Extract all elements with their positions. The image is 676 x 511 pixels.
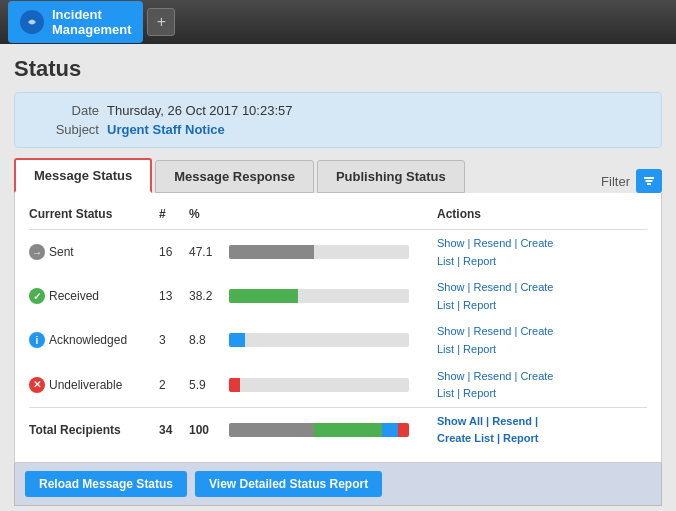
count-cell-3: 2 <box>159 363 189 408</box>
col-header-bar <box>229 203 429 230</box>
tab-publishing-status[interactable]: Publishing Status <box>317 160 465 193</box>
svg-rect-1 <box>644 177 654 179</box>
col-header-actions: Actions <box>429 203 647 230</box>
status-label-0: Sent <box>49 245 74 259</box>
actions-cell-3: Show | Resend | Create List | Report <box>429 363 647 408</box>
action-create-list-all[interactable]: Create List <box>437 432 494 444</box>
status-icon-sent: → <box>29 244 45 260</box>
table-row: → Sent 16 47.1 Show | Resend | Create Li… <box>29 230 647 275</box>
subject-value: Urgent Staff Notice <box>107 122 225 137</box>
action-show-3[interactable]: Show <box>437 370 465 382</box>
status-name-cell-2: i Acknowledged <box>29 318 159 362</box>
date-row: Date Thursday, 26 Oct 2017 10:23:57 <box>29 103 647 118</box>
topbar: Incident Management + <box>0 0 676 44</box>
action-create-3[interactable]: Create <box>520 370 553 382</box>
table-row: ✓ Received 13 38.2 Show | Resend | Creat… <box>29 274 647 318</box>
col-header-status: Current Status <box>29 203 159 230</box>
status-label-1: Received <box>49 289 99 303</box>
action-resend-0[interactable]: Resend <box>474 237 512 249</box>
action-list-1[interactable]: List <box>437 299 454 311</box>
bar-cell-2 <box>229 318 429 362</box>
status-table: Current Status # % Actions → Sent 16 47.… <box>29 203 647 452</box>
subject-label: Subject <box>29 122 99 137</box>
svg-rect-3 <box>647 183 651 185</box>
status-label-3: Undeliverable <box>49 378 122 392</box>
table-row: ✕ Undeliverable 2 5.9 Show | Resend | Cr… <box>29 363 647 408</box>
action-show-1[interactable]: Show <box>437 281 465 293</box>
action-report-1[interactable]: Report <box>463 299 496 311</box>
total-actions-cell: Show All | Resend | Create List | Report <box>429 407 647 452</box>
action-show-0[interactable]: Show <box>437 237 465 249</box>
col-header-percent: % <box>189 203 229 230</box>
action-create-0[interactable]: Create <box>520 237 553 249</box>
action-show-2[interactable]: Show <box>437 325 465 337</box>
date-value: Thursday, 26 Oct 2017 10:23:57 <box>107 103 293 118</box>
bar-cell-0 <box>229 230 429 275</box>
action-list-2[interactable]: List <box>437 343 454 355</box>
action-resend-2[interactable]: Resend <box>474 325 512 337</box>
info-card: Date Thursday, 26 Oct 2017 10:23:57 Subj… <box>14 92 662 148</box>
percent-cell-3: 5.9 <box>189 363 229 408</box>
action-show-all[interactable]: Show All <box>437 415 483 427</box>
actions-cell-1: Show | Resend | Create List | Report <box>429 274 647 318</box>
action-create-2[interactable]: Create <box>520 325 553 337</box>
reload-button[interactable]: Reload Message Status <box>25 471 187 497</box>
app-name: Incident Management <box>52 7 131 37</box>
app-nav-item[interactable]: Incident Management <box>8 1 143 43</box>
date-label: Date <box>29 103 99 118</box>
table-row: i Acknowledged 3 8.8 Show | Resend | Cre… <box>29 318 647 362</box>
total-percent: 100 <box>189 407 229 452</box>
total-label: Total Recipients <box>29 407 159 452</box>
detailed-report-button[interactable]: View Detailed Status Report <box>195 471 382 497</box>
status-icon-received: ✓ <box>29 288 45 304</box>
percent-cell-0: 47.1 <box>189 230 229 275</box>
actions-cell-0: Show | Resend | Create List | Report <box>429 230 647 275</box>
filter-area: Filter <box>601 169 662 193</box>
action-resend-3[interactable]: Resend <box>474 370 512 382</box>
bar-cell-3 <box>229 363 429 408</box>
status-name-cell-3: ✕ Undeliverable <box>29 363 159 408</box>
action-report-all[interactable]: Report <box>503 432 538 444</box>
main-content: Status Date Thursday, 26 Oct 2017 10:23:… <box>0 44 676 511</box>
app-icon <box>20 10 44 34</box>
status-name-cell-0: → Sent <box>29 230 159 275</box>
action-create-1[interactable]: Create <box>520 281 553 293</box>
total-count: 34 <box>159 407 189 452</box>
svg-rect-2 <box>646 180 653 182</box>
count-cell-2: 3 <box>159 318 189 362</box>
percent-cell-2: 8.8 <box>189 318 229 362</box>
count-cell-1: 13 <box>159 274 189 318</box>
percent-cell-1: 38.2 <box>189 274 229 318</box>
tab-message-status[interactable]: Message Status <box>14 158 152 193</box>
actions-cell-2: Show | Resend | Create List | Report <box>429 318 647 362</box>
action-list-0[interactable]: List <box>437 255 454 267</box>
action-report-2[interactable]: Report <box>463 343 496 355</box>
action-report-3[interactable]: Report <box>463 387 496 399</box>
col-header-count: # <box>159 203 189 230</box>
tabs-row: Message Status Message Response Publishi… <box>14 158 662 193</box>
bar-cell-1 <box>229 274 429 318</box>
action-report-0[interactable]: Report <box>463 255 496 267</box>
filter-label: Filter <box>601 174 630 189</box>
table-header-row: Current Status # % Actions <box>29 203 647 230</box>
action-resend-all[interactable]: Resend <box>492 415 532 427</box>
action-list-3[interactable]: List <box>437 387 454 399</box>
tab-message-response[interactable]: Message Response <box>155 160 314 193</box>
status-icon-acknowledged: i <box>29 332 45 348</box>
bottom-bar: Reload Message Status View Detailed Stat… <box>14 463 662 506</box>
status-name-cell-1: ✓ Received <box>29 274 159 318</box>
action-resend-1[interactable]: Resend <box>474 281 512 293</box>
subject-row: Subject Urgent Staff Notice <box>29 122 647 137</box>
status-icon-undeliverable: ✕ <box>29 377 45 393</box>
add-tab-button[interactable]: + <box>147 8 175 36</box>
status-label-2: Acknowledged <box>49 333 127 347</box>
status-table-area: Current Status # % Actions → Sent 16 47.… <box>14 193 662 463</box>
total-row: Total Recipients 34 100 Show All | Resen… <box>29 407 647 452</box>
page-title: Status <box>14 56 662 82</box>
filter-button[interactable] <box>636 169 662 193</box>
total-bar-cell <box>229 407 429 452</box>
count-cell-0: 16 <box>159 230 189 275</box>
